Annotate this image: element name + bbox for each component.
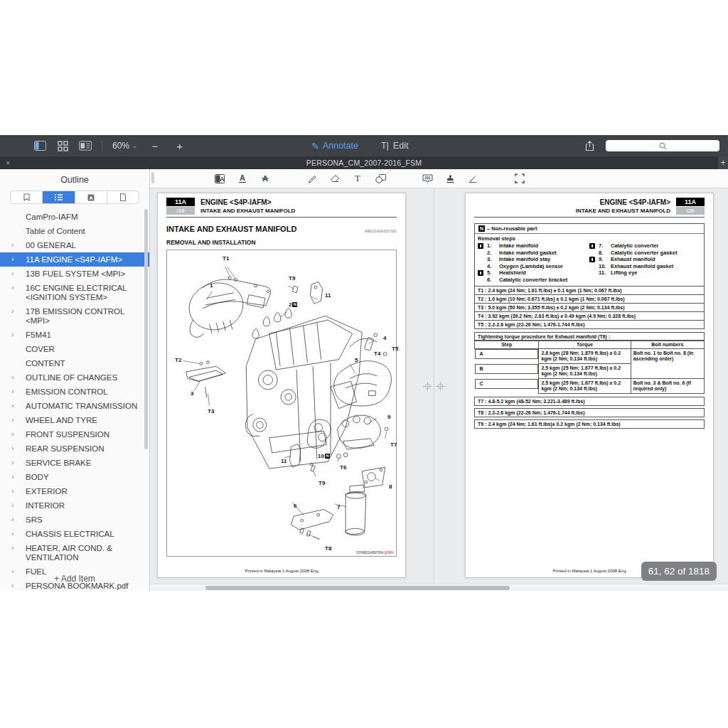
chevron-expand-icon[interactable]: › bbox=[11, 415, 14, 424]
step-marker-icon bbox=[478, 270, 483, 276]
chevron-expand-icon[interactable]: › bbox=[11, 486, 14, 496]
outline-item[interactable]: › 00 GENERAL bbox=[0, 238, 149, 252]
outline-item[interactable]: › CHASSIS ELECTRICAL bbox=[0, 527, 149, 541]
horizontal-scrollbar[interactable] bbox=[150, 584, 728, 591]
note-icon[interactable] bbox=[422, 173, 433, 184]
outline-item-label: CONTENT bbox=[26, 359, 65, 368]
outline-item[interactable]: › WHEEL AND TYRE bbox=[0, 413, 149, 427]
thumbnails-grid-icon[interactable] bbox=[56, 141, 69, 151]
highlight-icon[interactable]: A bbox=[214, 173, 225, 184]
select-icon[interactable] bbox=[514, 173, 525, 184]
torque-note: T4 : 3.92 kgm (39.2 Nm; 2.63 ft.lbs) ± 0… bbox=[474, 312, 705, 321]
outline-list-icon bbox=[55, 194, 63, 200]
add-item-button[interactable]: + Add Item bbox=[0, 574, 149, 584]
step-number: 3. bbox=[487, 257, 498, 263]
chevron-expand-icon[interactable]: › bbox=[11, 255, 14, 264]
outline-item[interactable]: › OUTLINE OF CHANGES bbox=[0, 370, 149, 385]
annotate-button[interactable]: ✎ Annotate bbox=[311, 141, 358, 151]
text-icon[interactable]: T bbox=[352, 173, 363, 184]
outline-item[interactable]: › 16C ENGINE ELECTRICAL <IGNITION SYSTEM… bbox=[0, 281, 149, 304]
outline-item[interactable]: › BODY bbox=[0, 470, 149, 484]
document-tab-title[interactable]: PERSONA_CM_2007-2016_FSM bbox=[0, 159, 728, 167]
zoom-out-button[interactable]: − bbox=[148, 140, 163, 152]
edit-button[interactable]: T| Edit bbox=[381, 141, 408, 151]
share-icon[interactable] bbox=[583, 141, 596, 151]
sidebar-resize-handle[interactable] bbox=[151, 172, 154, 183]
outline-item[interactable]: › REAR SUSPENSION bbox=[0, 441, 149, 456]
outline-item[interactable]: › SERVICE BRAKE bbox=[0, 456, 149, 470]
outline-item[interactable]: › AUTOMATIC TRANSMISSION bbox=[0, 399, 149, 413]
screenshot: 60% ⌄ − + ✎ Annotate T| Edit bbox=[0, 0, 728, 728]
outline-item[interactable]: › INTERIOR bbox=[0, 498, 149, 513]
chevron-expand-icon[interactable]: › bbox=[11, 444, 14, 453]
outline-item[interactable]: › FRONT SUSPENSION bbox=[0, 427, 149, 441]
outline-item[interactable]: › CamPro-IAFM bbox=[0, 210, 149, 224]
sidebar-toggle-icon[interactable] bbox=[33, 141, 46, 151]
scrollbar-thumb[interactable] bbox=[205, 586, 510, 590]
removal-step: 8. Catalytic converter gasket bbox=[589, 250, 701, 257]
chevron-expand-icon[interactable]: › bbox=[11, 387, 14, 396]
zoom-in-button[interactable]: + bbox=[172, 140, 187, 152]
chevron-expand-icon[interactable]: › bbox=[11, 269, 14, 278]
eraser-icon[interactable] bbox=[329, 173, 341, 184]
tab-annotations[interactable]: A bbox=[75, 191, 107, 203]
chevron-expand-icon[interactable]: › bbox=[11, 283, 14, 292]
chevron-expand-icon[interactable]: › bbox=[11, 429, 14, 439]
outline-item[interactable]: › F5M41 bbox=[0, 328, 149, 342]
tab-bookmarks[interactable] bbox=[11, 191, 43, 203]
close-tab-button[interactable]: × bbox=[6, 159, 10, 167]
outline-item[interactable]: › 11A ENGINE <S4P-IAFM> bbox=[0, 252, 149, 267]
bookmark-icon bbox=[23, 193, 30, 201]
chevron-expand-icon[interactable]: › bbox=[11, 306, 14, 316]
chevron-expand-icon[interactable]: › bbox=[11, 373, 14, 382]
chevron-expand-icon[interactable]: › bbox=[11, 472, 14, 481]
sidebar-scrollbar[interactable] bbox=[144, 209, 148, 449]
step-marker-icon bbox=[478, 243, 483, 249]
strikethrough-icon[interactable]: A bbox=[259, 173, 271, 184]
removal-step: 11. Lifting eye bbox=[589, 269, 701, 277]
non-reusable-n-badge: N bbox=[325, 454, 330, 459]
step-number: 10. bbox=[599, 264, 609, 270]
outline-item[interactable]: › HEATER, AIR COND. & VENTILATION bbox=[0, 541, 149, 564]
chevron-expand-icon[interactable]: › bbox=[11, 500, 14, 510]
plus-icon: + bbox=[54, 574, 59, 584]
page-left[interactable]: 11A ENGINE <S4P-IAFM> /19 INTAKE AND EXH… bbox=[157, 193, 406, 578]
tab-outline[interactable] bbox=[43, 191, 75, 203]
outline-item[interactable]: › 17B EMISSION CONTROL <MPI> bbox=[0, 304, 149, 328]
zoom-level-dropdown[interactable]: 60% ⌄ bbox=[112, 141, 138, 151]
stamp-icon[interactable] bbox=[444, 173, 456, 184]
chevron-expand-icon[interactable]: › bbox=[11, 515, 14, 524]
new-tab-button[interactable]: + bbox=[718, 156, 728, 169]
chevron-expand-icon[interactable]: › bbox=[11, 543, 14, 552]
torque-notes-1: T1 : 2.4 kgm (24 Nm; 1.61 ft.lbs) ± 0.1 … bbox=[474, 287, 705, 329]
chevron-expand-icon[interactable]: › bbox=[11, 401, 14, 410]
tab-pages[interactable] bbox=[107, 191, 139, 203]
diagram-callout-label: 8 bbox=[389, 483, 397, 490]
facing-pages-icon[interactable] bbox=[79, 141, 92, 151]
removal-step: 10. Exhaust manifold gasket bbox=[589, 263, 701, 270]
diagram-callout-label: T3 bbox=[208, 407, 220, 414]
outline-item[interactable]: › SRS bbox=[0, 513, 149, 527]
chevron-expand-icon[interactable]: › bbox=[11, 458, 14, 467]
underline-icon[interactable]: A bbox=[237, 173, 248, 184]
page-right[interactable]: ENGINE <S4P-IAFM> 11A INTAKE AND EXHAUST… bbox=[465, 193, 714, 578]
shapes-icon[interactable] bbox=[375, 173, 386, 184]
removal-steps-left: 1. Intake manifold 2. Intake manifold ga… bbox=[478, 242, 589, 283]
t6-step: C bbox=[475, 379, 539, 389]
search-input[interactable] bbox=[606, 140, 719, 151]
outline-item[interactable]: › EXTERIOR bbox=[0, 484, 149, 498]
outline-item[interactable]: › 13B FUEL SYSTEM <MPI> bbox=[0, 267, 149, 281]
outline-item[interactable]: › EMISSION CONTROL bbox=[0, 385, 149, 399]
outline-item[interactable]: › CONTENT bbox=[0, 356, 149, 370]
pen-icon[interactable] bbox=[306, 173, 318, 184]
signature-icon[interactable] bbox=[467, 173, 478, 184]
chevron-expand-icon[interactable]: › bbox=[11, 529, 14, 538]
removal-step: 9. Exhaust manifold bbox=[589, 256, 701, 263]
diagram-callout-label: 9 bbox=[387, 413, 396, 420]
diagram-callout-label: T9 bbox=[289, 274, 301, 282]
outline-item[interactable]: › Table of Content bbox=[0, 224, 149, 238]
outline-item[interactable]: › COVER bbox=[0, 342, 149, 356]
chevron-expand-icon[interactable]: › bbox=[11, 240, 14, 250]
chevron-expand-icon[interactable]: › bbox=[11, 330, 14, 339]
removal-steps-box: N – Non-reusable part Removal steps bbox=[474, 223, 705, 287]
